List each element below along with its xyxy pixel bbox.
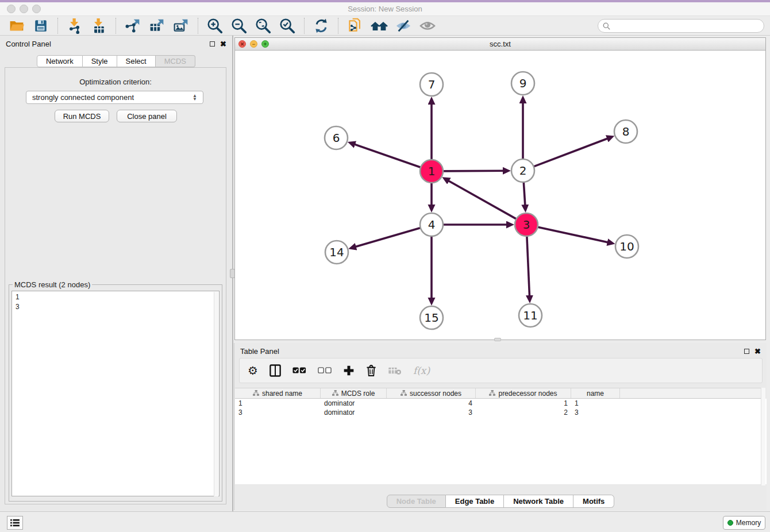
show-columns-button[interactable] bbox=[270, 362, 281, 379]
result-scrollbar[interactable] bbox=[214, 292, 218, 496]
refresh-layout-icon bbox=[313, 18, 329, 34]
edge-2-to-3[interactable] bbox=[523, 181, 525, 206]
table-row[interactable]: 3 dominator 3 2 3 bbox=[235, 408, 767, 417]
table-row[interactable]: 1 dominator 4 1 1 bbox=[235, 399, 767, 408]
edge-2-to-8[interactable] bbox=[533, 138, 608, 167]
network-window-titlebar[interactable]: ✕ − + scc.txt bbox=[235, 38, 765, 51]
edge-3-to-10[interactable] bbox=[537, 227, 609, 242]
cell-predecessor-nodes[interactable]: 1 bbox=[476, 399, 571, 407]
tab-network-table[interactable]: Network Table bbox=[504, 495, 573, 508]
edge-1-to-6[interactable] bbox=[354, 144, 422, 168]
close-panel-button[interactable]: Close panel bbox=[117, 110, 177, 122]
close-panel-icon[interactable]: ✖ bbox=[220, 41, 226, 47]
zoom-out-button[interactable] bbox=[229, 17, 249, 34]
close-window-button[interactable] bbox=[7, 5, 16, 13]
cell-mcds-role[interactable]: dominator bbox=[321, 399, 387, 407]
zoom-in-button[interactable] bbox=[205, 17, 225, 34]
cell-name[interactable]: 1 bbox=[571, 399, 620, 407]
minimize-window-button[interactable] bbox=[20, 5, 28, 13]
column-header-name[interactable]: name bbox=[571, 388, 620, 398]
cell-shared-name[interactable]: 1 bbox=[235, 399, 321, 407]
cell-predecessor-nodes[interactable]: 2 bbox=[476, 408, 571, 417]
show-all-button[interactable] bbox=[418, 17, 437, 34]
list-icon bbox=[10, 519, 20, 527]
select-all-columns-button[interactable] bbox=[292, 362, 306, 379]
import-table-button[interactable] bbox=[89, 17, 109, 34]
toolbar-separator bbox=[338, 18, 338, 34]
new-network-from-selection-button[interactable] bbox=[345, 17, 365, 34]
add-column-button[interactable] bbox=[343, 362, 355, 379]
column-header-successor-nodes[interactable]: successor nodes bbox=[387, 388, 476, 398]
criterion-select[interactable]: strongly connected component ▲▼ bbox=[26, 91, 203, 104]
close-table-panel-icon[interactable]: ✖ bbox=[754, 349, 761, 354]
hierarchy-icon bbox=[253, 390, 259, 396]
cell-successor-nodes[interactable]: 3 bbox=[387, 408, 476, 417]
search-field[interactable] bbox=[598, 19, 764, 33]
hide-selected-button[interactable] bbox=[394, 17, 413, 34]
column-header-mcds-role[interactable]: MCDS role bbox=[321, 388, 387, 398]
memory-button[interactable]: Memory bbox=[723, 516, 765, 530]
tab-edge-table[interactable]: Edge Table bbox=[446, 495, 504, 508]
export-network-button[interactable] bbox=[123, 17, 143, 34]
save-session-button[interactable] bbox=[31, 17, 51, 34]
export-image-button[interactable] bbox=[171, 17, 191, 34]
graph-node-label-14: 14 bbox=[329, 245, 344, 259]
graph-node-label-4: 4 bbox=[428, 218, 436, 232]
close-network-button[interactable]: ✕ bbox=[238, 40, 246, 48]
zoom-fit-button[interactable] bbox=[253, 17, 273, 34]
trash-icon bbox=[366, 364, 376, 377]
edge-3-to-1[interactable] bbox=[448, 180, 518, 219]
minimize-network-button[interactable]: − bbox=[250, 40, 257, 48]
open-session-button[interactable] bbox=[7, 17, 26, 34]
mcds-result-text[interactable]: 1 3 bbox=[11, 291, 220, 496]
tab-select[interactable]: Select bbox=[117, 55, 156, 67]
toolbar-separator bbox=[304, 18, 305, 34]
task-history-button[interactable] bbox=[7, 516, 23, 530]
table-panel-tabs: Node Table Edge Table Network Table Moti… bbox=[234, 495, 767, 508]
edge-1-to-2[interactable] bbox=[442, 171, 504, 171]
run-mcds-button[interactable]: Run MCDS bbox=[55, 110, 109, 122]
network-graph-canvas[interactable]: 7968124314101511 bbox=[235, 51, 765, 340]
table-scrollbar[interactable] bbox=[761, 388, 765, 485]
zoom-in-icon bbox=[206, 17, 224, 34]
zoom-window-button[interactable] bbox=[32, 5, 41, 13]
maximize-network-button[interactable]: + bbox=[261, 40, 269, 48]
edge-3-to-11[interactable] bbox=[527, 235, 530, 296]
optimization-criterion-label: Optimization criterion: bbox=[5, 78, 226, 86]
tab-mcds[interactable]: MCDS bbox=[156, 55, 195, 67]
float-panel-icon[interactable] bbox=[210, 41, 215, 47]
tab-style[interactable]: Style bbox=[83, 55, 117, 67]
graph-node-label-9: 9 bbox=[519, 76, 527, 90]
apply-function-button[interactable]: f(x) bbox=[413, 362, 430, 379]
unselect-all-columns-button[interactable] bbox=[318, 362, 332, 379]
cell-mcds-role[interactable]: dominator bbox=[321, 408, 387, 417]
network-view-window: ✕ − + scc.txt 7968124314101511 bbox=[234, 37, 766, 340]
tab-network[interactable]: Network bbox=[37, 55, 83, 67]
app-title: Session: New Session bbox=[348, 5, 422, 13]
network-table-splitter-grip[interactable] bbox=[494, 338, 501, 341]
delete-columns-button[interactable] bbox=[366, 362, 376, 379]
window-controls[interactable] bbox=[7, 5, 41, 13]
tab-node-table[interactable]: Node Table bbox=[387, 495, 446, 508]
first-neighbors-button[interactable] bbox=[369, 17, 389, 34]
cell-shared-name[interactable]: 3 bbox=[235, 408, 321, 417]
network-window-controls[interactable]: ✕ − + bbox=[238, 40, 269, 48]
export-table-button[interactable] bbox=[147, 17, 167, 34]
column-header-shared-name[interactable]: shared name bbox=[235, 388, 321, 398]
cell-successor-nodes[interactable]: 4 bbox=[387, 399, 476, 407]
node-table-header: shared name MCDS role successor nodes pr… bbox=[235, 388, 763, 399]
import-network-button[interactable] bbox=[65, 17, 84, 34]
tab-motifs[interactable]: Motifs bbox=[573, 495, 614, 508]
apply-layout-button[interactable] bbox=[311, 17, 331, 34]
cell-name[interactable]: 3 bbox=[571, 408, 620, 417]
edge-4-to-14[interactable] bbox=[355, 228, 422, 247]
table-options-gear-icon[interactable]: ⚙ bbox=[248, 362, 258, 379]
zoom-selected-icon bbox=[279, 17, 296, 34]
zoom-selected-button[interactable] bbox=[278, 17, 297, 34]
float-table-panel-icon[interactable] bbox=[744, 349, 749, 354]
column-header-predecessor-nodes[interactable]: predecessor nodes bbox=[476, 388, 571, 398]
search-input[interactable] bbox=[613, 22, 759, 30]
graph-node-label-2: 2 bbox=[519, 164, 527, 178]
delete-table-button[interactable] bbox=[388, 362, 402, 379]
zoom-out-icon bbox=[230, 17, 248, 34]
